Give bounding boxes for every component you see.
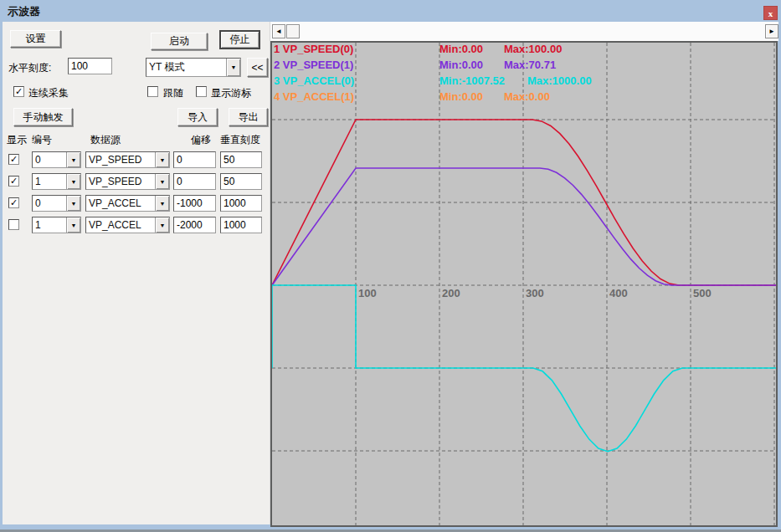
header-scale: 垂直刻度 (220, 133, 260, 147)
channel-offset-input[interactable] (173, 151, 216, 168)
follow-label: 跟随 (163, 86, 183, 100)
close-icon: x (768, 8, 773, 18)
channel-index-value: 1 (33, 174, 66, 189)
channel-index-select[interactable]: 0 ▼ (32, 151, 81, 168)
chevron-down-icon[interactable]: ▼ (155, 152, 169, 167)
title-bar[interactable]: 示波器 x (0, 0, 781, 22)
header-offset: 偏移 (191, 133, 211, 147)
channel-index-value: 0 (33, 152, 66, 167)
chevron-down-icon[interactable]: ▼ (66, 152, 80, 167)
channel-source-value: VP_SPEED (86, 152, 155, 167)
arrow-right-icon: ► (768, 28, 775, 35)
channel-source-value: VP_ACCEL (86, 196, 155, 211)
scroll-left-button[interactable]: ◄ (272, 24, 285, 38)
channel-offset-input[interactable] (173, 173, 216, 190)
channel-offset-input[interactable] (173, 195, 216, 212)
hscale-input[interactable] (68, 58, 112, 74)
header-show: 显示 (7, 133, 27, 147)
chevron-down-icon[interactable]: ▼ (66, 174, 80, 189)
svg-text:500: 500 (693, 287, 712, 299)
svg-text:300: 300 (526, 287, 544, 299)
chevron-down-icon[interactable]: ▼ (155, 196, 169, 211)
follow-checkbox[interactable] (147, 86, 158, 97)
plot-scrollbar[interactable]: ◄ ► (270, 22, 778, 41)
channel-source-select[interactable]: VP_ACCEL ▼ (85, 217, 170, 233)
header-index: 编号 (32, 133, 52, 147)
scroll-right-button[interactable]: ► (765, 24, 778, 38)
channel-scale-input[interactable] (220, 195, 262, 212)
channel-index-value: 1 (33, 217, 66, 233)
import-button[interactable]: 导入 (177, 108, 218, 126)
continuous-label: 连续采集 (28, 86, 69, 100)
window-title: 示波器 (8, 4, 40, 19)
channel-source-select[interactable]: VP_SPEED ▼ (85, 173, 170, 190)
channel-show-checkbox[interactable]: ✓ (8, 197, 19, 208)
svg-text:400: 400 (609, 287, 628, 299)
channel-show-checkbox[interactable]: ✓ (8, 176, 19, 187)
arrow-left-icon: ◄ (275, 28, 282, 35)
cursor-label: 显示游标 (211, 86, 251, 100)
channel-source-select[interactable]: VP_ACCEL ▼ (85, 195, 170, 212)
close-button[interactable]: x (763, 6, 778, 20)
channel-index-select[interactable]: 1 ▼ (32, 173, 81, 190)
svg-text:200: 200 (442, 287, 460, 299)
plot-area[interactable]: 100200300400500600 1 VP_SPEED(0) Min:0.0… (270, 41, 778, 527)
scrollbar-thumb[interactable] (286, 24, 300, 38)
channel-offset-input[interactable] (173, 217, 216, 233)
channel-index-select[interactable]: 1 ▼ (32, 217, 81, 233)
channel-index-value: 0 (33, 196, 66, 211)
control-panel: 设置 启动 停止 水平刻度: YT 模式 ▼ << ✓ 连续采集 跟随 显示游标… (3, 22, 270, 524)
header-source: 数据源 (90, 133, 121, 147)
svg-text:100: 100 (358, 287, 377, 299)
channel-index-select[interactable]: 0 ▼ (32, 195, 81, 212)
mode-select[interactable]: YT 模式 ▼ (146, 58, 241, 77)
manual-trigger-button[interactable]: 手动触发 (13, 108, 73, 126)
chevron-down-icon[interactable]: ▼ (66, 196, 80, 211)
channel-source-select[interactable]: VP_SPEED ▼ (85, 151, 170, 168)
stop-button[interactable]: 停止 (219, 30, 260, 49)
continuous-checkbox[interactable]: ✓ (13, 86, 24, 97)
channel-source-value: VP_SPEED (86, 174, 155, 189)
settings-button[interactable]: 设置 (10, 30, 61, 48)
waveform-canvas: 100200300400500600 (272, 43, 776, 525)
chevron-down-icon[interactable]: ▼ (155, 174, 169, 189)
collapse-button[interactable]: << (247, 58, 268, 77)
channel-scale-input[interactable] (220, 217, 262, 233)
channel-source-value: VP_ACCEL (86, 217, 155, 233)
chevron-down-icon[interactable]: ▼ (226, 59, 240, 76)
channel-show-checkbox[interactable]: ✓ (8, 154, 19, 165)
hscale-label: 水平刻度: (8, 61, 51, 75)
channel-scale-input[interactable] (220, 151, 262, 168)
channel-scale-input[interactable] (220, 173, 262, 190)
chevron-down-icon[interactable]: ▼ (155, 217, 169, 233)
cursor-checkbox[interactable] (196, 86, 207, 97)
channel-show-checkbox[interactable] (8, 219, 19, 230)
export-button[interactable]: 导出 (229, 108, 268, 126)
chevron-down-icon[interactable]: ▼ (66, 217, 80, 233)
oscilloscope-window: 示波器 x 设置 启动 停止 水平刻度: YT 模式 ▼ << ✓ 连续采集 跟… (0, 0, 781, 532)
mode-select-value: YT 模式 (146, 59, 226, 76)
start-button[interactable]: 启动 (151, 33, 208, 50)
